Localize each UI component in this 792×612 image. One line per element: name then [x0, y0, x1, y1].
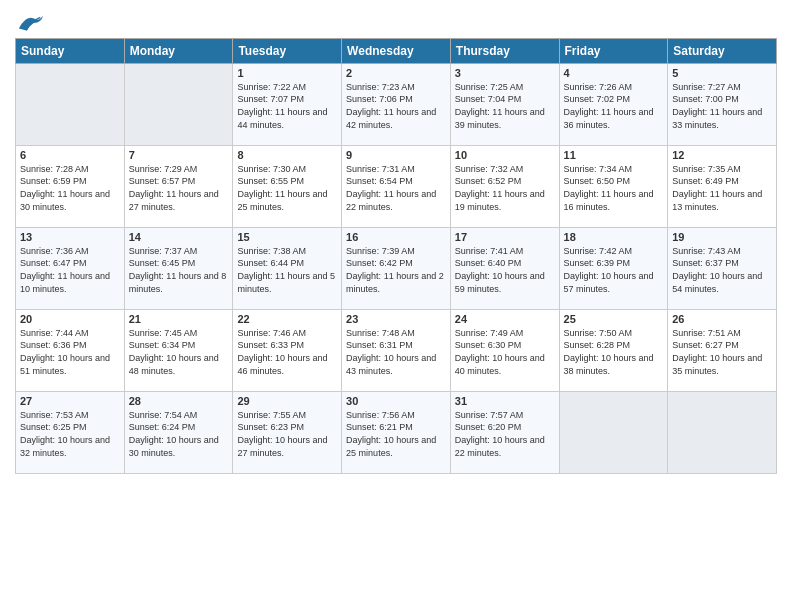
day-number: 23	[346, 313, 446, 325]
day-number: 5	[672, 67, 772, 79]
calendar-cell	[124, 63, 233, 145]
calendar-cell: 28Sunrise: 7:54 AMSunset: 6:24 PMDayligh…	[124, 391, 233, 473]
calendar-cell	[16, 63, 125, 145]
day-info: Sunrise: 7:31 AMSunset: 6:54 PMDaylight:…	[346, 163, 446, 213]
day-info: Sunrise: 7:42 AMSunset: 6:39 PMDaylight:…	[564, 245, 664, 295]
weekday-header: Sunday	[16, 38, 125, 63]
day-info: Sunrise: 7:30 AMSunset: 6:55 PMDaylight:…	[237, 163, 337, 213]
day-info: Sunrise: 7:53 AMSunset: 6:25 PMDaylight:…	[20, 409, 120, 459]
day-info: Sunrise: 7:22 AMSunset: 7:07 PMDaylight:…	[237, 81, 337, 131]
calendar-cell: 16Sunrise: 7:39 AMSunset: 6:42 PMDayligh…	[342, 227, 451, 309]
day-number: 16	[346, 231, 446, 243]
calendar-cell: 15Sunrise: 7:38 AMSunset: 6:44 PMDayligh…	[233, 227, 342, 309]
calendar-cell: 26Sunrise: 7:51 AMSunset: 6:27 PMDayligh…	[668, 309, 777, 391]
calendar-cell: 25Sunrise: 7:50 AMSunset: 6:28 PMDayligh…	[559, 309, 668, 391]
day-info: Sunrise: 7:44 AMSunset: 6:36 PMDaylight:…	[20, 327, 120, 377]
day-info: Sunrise: 7:29 AMSunset: 6:57 PMDaylight:…	[129, 163, 229, 213]
calendar-cell: 11Sunrise: 7:34 AMSunset: 6:50 PMDayligh…	[559, 145, 668, 227]
weekday-header: Monday	[124, 38, 233, 63]
day-info: Sunrise: 7:41 AMSunset: 6:40 PMDaylight:…	[455, 245, 555, 295]
day-info: Sunrise: 7:48 AMSunset: 6:31 PMDaylight:…	[346, 327, 446, 377]
day-number: 19	[672, 231, 772, 243]
calendar-cell: 21Sunrise: 7:45 AMSunset: 6:34 PMDayligh…	[124, 309, 233, 391]
day-number: 2	[346, 67, 446, 79]
day-number: 4	[564, 67, 664, 79]
day-number: 15	[237, 231, 337, 243]
day-info: Sunrise: 7:43 AMSunset: 6:37 PMDaylight:…	[672, 245, 772, 295]
day-info: Sunrise: 7:49 AMSunset: 6:30 PMDaylight:…	[455, 327, 555, 377]
calendar-cell: 31Sunrise: 7:57 AMSunset: 6:20 PMDayligh…	[450, 391, 559, 473]
weekday-header: Tuesday	[233, 38, 342, 63]
day-info: Sunrise: 7:35 AMSunset: 6:49 PMDaylight:…	[672, 163, 772, 213]
day-number: 29	[237, 395, 337, 407]
day-info: Sunrise: 7:50 AMSunset: 6:28 PMDaylight:…	[564, 327, 664, 377]
calendar-cell: 29Sunrise: 7:55 AMSunset: 6:23 PMDayligh…	[233, 391, 342, 473]
calendar-cell: 18Sunrise: 7:42 AMSunset: 6:39 PMDayligh…	[559, 227, 668, 309]
calendar-cell: 1Sunrise: 7:22 AMSunset: 7:07 PMDaylight…	[233, 63, 342, 145]
calendar-cell: 7Sunrise: 7:29 AMSunset: 6:57 PMDaylight…	[124, 145, 233, 227]
day-info: Sunrise: 7:56 AMSunset: 6:21 PMDaylight:…	[346, 409, 446, 459]
day-info: Sunrise: 7:34 AMSunset: 6:50 PMDaylight:…	[564, 163, 664, 213]
day-info: Sunrise: 7:27 AMSunset: 7:00 PMDaylight:…	[672, 81, 772, 131]
calendar-cell: 6Sunrise: 7:28 AMSunset: 6:59 PMDaylight…	[16, 145, 125, 227]
day-info: Sunrise: 7:39 AMSunset: 6:42 PMDaylight:…	[346, 245, 446, 295]
calendar-cell: 23Sunrise: 7:48 AMSunset: 6:31 PMDayligh…	[342, 309, 451, 391]
calendar-cell: 14Sunrise: 7:37 AMSunset: 6:45 PMDayligh…	[124, 227, 233, 309]
day-number: 12	[672, 149, 772, 161]
calendar-cell: 2Sunrise: 7:23 AMSunset: 7:06 PMDaylight…	[342, 63, 451, 145]
day-number: 6	[20, 149, 120, 161]
day-info: Sunrise: 7:28 AMSunset: 6:59 PMDaylight:…	[20, 163, 120, 213]
day-number: 18	[564, 231, 664, 243]
calendar-cell: 17Sunrise: 7:41 AMSunset: 6:40 PMDayligh…	[450, 227, 559, 309]
day-number: 13	[20, 231, 120, 243]
day-info: Sunrise: 7:32 AMSunset: 6:52 PMDaylight:…	[455, 163, 555, 213]
calendar-cell: 20Sunrise: 7:44 AMSunset: 6:36 PMDayligh…	[16, 309, 125, 391]
day-number: 21	[129, 313, 229, 325]
calendar-cell: 30Sunrise: 7:56 AMSunset: 6:21 PMDayligh…	[342, 391, 451, 473]
day-number: 9	[346, 149, 446, 161]
day-number: 31	[455, 395, 555, 407]
calendar-cell: 8Sunrise: 7:30 AMSunset: 6:55 PMDaylight…	[233, 145, 342, 227]
day-number: 20	[20, 313, 120, 325]
calendar-cell: 3Sunrise: 7:25 AMSunset: 7:04 PMDaylight…	[450, 63, 559, 145]
day-info: Sunrise: 7:51 AMSunset: 6:27 PMDaylight:…	[672, 327, 772, 377]
day-number: 22	[237, 313, 337, 325]
day-info: Sunrise: 7:36 AMSunset: 6:47 PMDaylight:…	[20, 245, 120, 295]
calendar-table: SundayMondayTuesdayWednesdayThursdayFrid…	[15, 38, 777, 474]
calendar-cell: 24Sunrise: 7:49 AMSunset: 6:30 PMDayligh…	[450, 309, 559, 391]
logo	[15, 14, 45, 34]
day-info: Sunrise: 7:38 AMSunset: 6:44 PMDaylight:…	[237, 245, 337, 295]
calendar-cell: 5Sunrise: 7:27 AMSunset: 7:00 PMDaylight…	[668, 63, 777, 145]
day-number: 7	[129, 149, 229, 161]
day-number: 14	[129, 231, 229, 243]
day-number: 26	[672, 313, 772, 325]
day-info: Sunrise: 7:57 AMSunset: 6:20 PMDaylight:…	[455, 409, 555, 459]
logo-bird-icon	[17, 11, 45, 33]
calendar-cell: 4Sunrise: 7:26 AMSunset: 7:02 PMDaylight…	[559, 63, 668, 145]
calendar-cell: 9Sunrise: 7:31 AMSunset: 6:54 PMDaylight…	[342, 145, 451, 227]
day-number: 17	[455, 231, 555, 243]
header-row	[15, 10, 777, 34]
calendar-cell: 13Sunrise: 7:36 AMSunset: 6:47 PMDayligh…	[16, 227, 125, 309]
calendar-cell: 27Sunrise: 7:53 AMSunset: 6:25 PMDayligh…	[16, 391, 125, 473]
weekday-header: Friday	[559, 38, 668, 63]
day-info: Sunrise: 7:45 AMSunset: 6:34 PMDaylight:…	[129, 327, 229, 377]
calendar-cell	[559, 391, 668, 473]
day-number: 1	[237, 67, 337, 79]
day-info: Sunrise: 7:26 AMSunset: 7:02 PMDaylight:…	[564, 81, 664, 131]
calendar-cell: 19Sunrise: 7:43 AMSunset: 6:37 PMDayligh…	[668, 227, 777, 309]
day-number: 10	[455, 149, 555, 161]
day-number: 27	[20, 395, 120, 407]
page-container: SundayMondayTuesdayWednesdayThursdayFrid…	[0, 0, 792, 479]
day-info: Sunrise: 7:55 AMSunset: 6:23 PMDaylight:…	[237, 409, 337, 459]
day-number: 11	[564, 149, 664, 161]
day-number: 25	[564, 313, 664, 325]
calendar-cell: 10Sunrise: 7:32 AMSunset: 6:52 PMDayligh…	[450, 145, 559, 227]
day-number: 28	[129, 395, 229, 407]
weekday-header: Wednesday	[342, 38, 451, 63]
day-info: Sunrise: 7:25 AMSunset: 7:04 PMDaylight:…	[455, 81, 555, 131]
day-number: 30	[346, 395, 446, 407]
day-info: Sunrise: 7:46 AMSunset: 6:33 PMDaylight:…	[237, 327, 337, 377]
day-number: 3	[455, 67, 555, 79]
weekday-header: Saturday	[668, 38, 777, 63]
